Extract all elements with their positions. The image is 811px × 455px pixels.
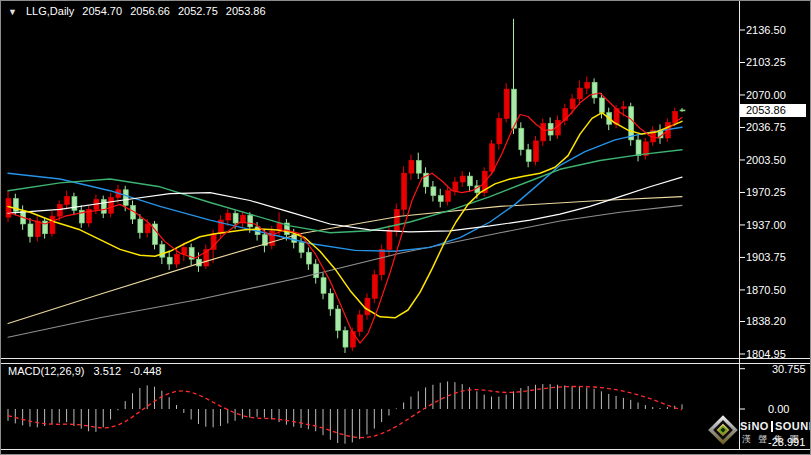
macd-tick-label: 0.00 — [768, 403, 789, 415]
price-tick-label: 2036.75 — [746, 121, 786, 133]
candle-body — [409, 160, 414, 173]
candle-body — [233, 213, 238, 223]
candle-body — [350, 331, 355, 347]
candle-body — [621, 107, 626, 109]
macd-histogram — [8, 381, 682, 443]
candle-body — [35, 221, 40, 237]
candle-body — [270, 231, 275, 246]
price-tick-label: 1838.20 — [746, 315, 786, 327]
candle-body — [321, 278, 326, 294]
brand-divider — [771, 421, 773, 432]
candle-body — [592, 82, 597, 98]
candle-body — [446, 191, 451, 202]
price-tick-label: 1937.00 — [746, 219, 786, 231]
candle-body — [6, 199, 11, 218]
ohlc-high: 2056.66 — [130, 5, 170, 17]
candle-body — [248, 215, 253, 227]
price-tick-label: 2136.50 — [746, 24, 786, 36]
ohlc-open: 2054.70 — [82, 5, 122, 17]
macd-indicator-name: MACD(12,26,9) — [8, 365, 84, 377]
candle-body — [416, 160, 421, 173]
candle-body — [526, 150, 531, 162]
candle-body — [468, 176, 473, 186]
macd-tick-label: 30.755 — [772, 363, 806, 375]
candle-body — [533, 141, 538, 162]
price-tick-label: 2103.25 — [746, 56, 786, 68]
candle-body — [123, 190, 128, 206]
candle-body — [57, 204, 62, 216]
candle-body — [636, 140, 641, 156]
time-axis-border — [1, 449, 810, 450]
candle-body — [336, 309, 341, 330]
candle-body — [519, 128, 524, 149]
candle-body — [175, 254, 180, 264]
pane-splitter-bottom[interactable] — [1, 363, 810, 364]
candle-body — [497, 118, 502, 143]
candle-body — [65, 197, 70, 205]
candle-body — [460, 176, 465, 182]
ohlc-close: 2053.86 — [226, 5, 266, 17]
sinosound-diamond-logo-icon — [708, 415, 738, 445]
candle-body — [438, 196, 443, 202]
candle-body — [160, 244, 165, 257]
candle-body — [431, 187, 436, 196]
candle-body — [453, 182, 458, 191]
price-tick-label: 2070.00 — [746, 89, 786, 101]
candle-body — [101, 200, 106, 214]
brand-name: SiNOSOUND — [740, 420, 811, 432]
candle-body — [343, 330, 348, 347]
candle-body — [182, 247, 187, 254]
macd-main-value: 3.512 — [93, 365, 121, 377]
candle-body — [226, 213, 231, 220]
ohlc-low: 2052.75 — [178, 5, 218, 17]
candle-body — [402, 173, 407, 209]
candle-body — [599, 98, 604, 113]
candle-body — [577, 88, 582, 99]
candle-body — [145, 224, 150, 233]
price-axis-border — [739, 1, 740, 449]
candle-body — [299, 243, 304, 253]
candle-body — [28, 224, 33, 237]
candle-body — [541, 123, 546, 141]
candle-body — [314, 264, 319, 278]
candle-body — [380, 249, 385, 274]
candle-body — [50, 216, 55, 234]
ma-wheat-longterm — [8, 197, 682, 324]
moving-average-lines — [8, 93, 682, 343]
candle-body — [394, 209, 399, 230]
chart-window: ▼ LLG,Daily 2054.70 2056.66 2052.75 2053… — [0, 0, 811, 455]
candle-body — [629, 107, 634, 140]
candle-body — [167, 257, 172, 264]
candle-body — [570, 99, 575, 109]
macd-tick-label: -28.991 — [768, 436, 805, 448]
price-tick-label: 1870.50 — [746, 284, 786, 296]
ma-green — [8, 150, 682, 233]
candle-body — [680, 110, 685, 111]
price-tick-label: 2003.50 — [746, 154, 786, 166]
price-tick-label: 1970.25 — [746, 186, 786, 198]
candlestick-series — [6, 19, 685, 353]
symbol-period-label: LLG,Daily — [26, 5, 74, 17]
candle-body — [72, 197, 77, 211]
candle-body — [109, 198, 114, 214]
chart-title-row: ▼ LLG,Daily 2054.70 2056.66 2052.75 2053… — [8, 5, 271, 17]
candle-body — [306, 252, 311, 264]
candle-body — [358, 315, 363, 332]
macd-signal-value: -0.448 — [130, 365, 161, 377]
ma-gray-longterm — [8, 205, 682, 337]
candle-body — [490, 144, 495, 171]
pane-splitter-top[interactable] — [1, 358, 810, 359]
candle-body — [585, 82, 590, 88]
price-tick-label: 1903.75 — [746, 251, 786, 263]
candle-body — [387, 231, 392, 250]
chart-canvas[interactable] — [0, 0, 811, 455]
price-tick-label: 1804.95 — [746, 348, 786, 360]
candle-body — [138, 219, 143, 233]
candle-body — [365, 298, 370, 315]
candle-body — [328, 293, 333, 309]
ma-yellow — [8, 113, 682, 318]
macd-label-row: MACD(12,26,9) 3.512 -0.448 — [8, 365, 167, 377]
symbol-marker-icon: ▼ — [8, 7, 17, 17]
candle-body — [504, 89, 509, 118]
current-price-badge: 2053.86 — [740, 104, 806, 117]
